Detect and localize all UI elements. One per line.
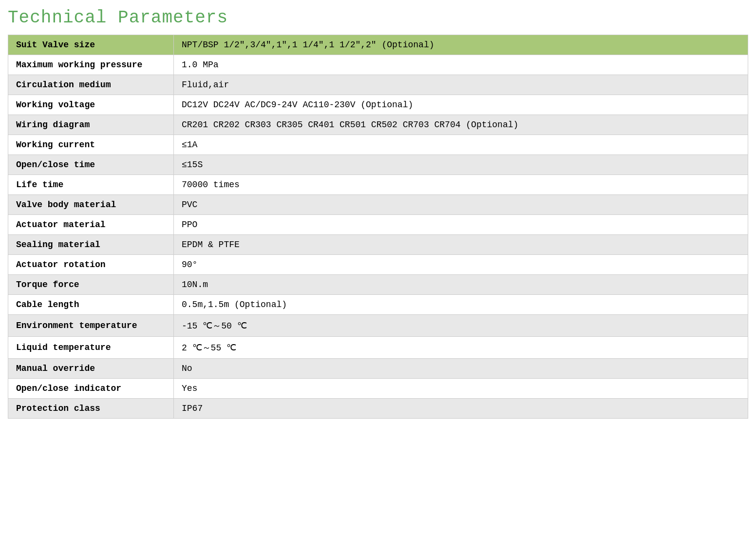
table-row: Working voltageDC12V DC24V AC/DC9-24V AC… [8, 95, 748, 115]
param-label: Actuator rotation [8, 255, 174, 275]
param-value: CR201 CR202 CR303 CR305 CR401 CR501 CR50… [174, 115, 748, 135]
param-value: 70000 times [174, 175, 748, 195]
param-label: Maximum working pressure [8, 55, 174, 75]
param-value: EPDM & PTFE [174, 235, 748, 255]
param-label: Cable length [8, 295, 174, 315]
param-label: Working current [8, 135, 174, 155]
table-row: Working current≤1A [8, 135, 748, 155]
table-row: Maximum working pressure1.0 MPa [8, 55, 748, 75]
table-row: Torque force10N.m [8, 275, 748, 295]
table-row: Open/close time≤15S [8, 155, 748, 175]
param-label: Actuator material [8, 215, 174, 235]
param-value: 2 ℃～55 ℃ [174, 337, 748, 359]
param-label: Open/close time [8, 155, 174, 175]
page-title: Technical Parameters [8, 8, 748, 28]
param-label: Suit Valve size [8, 35, 174, 55]
table-row: Environment temperature-15 ℃～50 ℃ [8, 315, 748, 337]
table-row: Manual overrideNo [8, 359, 748, 379]
param-label: Torque force [8, 275, 174, 295]
param-value: PVC [174, 195, 748, 215]
param-value: IP67 [174, 399, 748, 419]
param-value: 0.5m,1.5m (Optional) [174, 295, 748, 315]
param-label: Manual override [8, 359, 174, 379]
parameters-table: Suit Valve sizeNPT/BSP 1/2″,3/4″,1″,1 1/… [8, 35, 748, 419]
param-label: Working voltage [8, 95, 174, 115]
table-row: Circulation mediumFluid,air [8, 75, 748, 95]
param-label: Life time [8, 175, 174, 195]
param-value: -15 ℃～50 ℃ [174, 315, 748, 337]
param-label: Open/close indicator [8, 379, 174, 399]
param-label: Sealing material [8, 235, 174, 255]
param-value: 10N.m [174, 275, 748, 295]
param-label: Environment temperature [8, 315, 174, 337]
param-label: Valve body material [8, 195, 174, 215]
param-label: Liquid temperature [8, 337, 174, 359]
table-row: Open/close indicatorYes [8, 379, 748, 399]
table-row: Liquid temperature2 ℃～55 ℃ [8, 337, 748, 359]
param-value: 1.0 MPa [174, 55, 748, 75]
param-value: No [174, 359, 748, 379]
table-row: Protection classIP67 [8, 399, 748, 419]
table-row: Cable length0.5m,1.5m (Optional) [8, 295, 748, 315]
table-row: Valve body materialPVC [8, 195, 748, 215]
param-value: Fluid,air [174, 75, 748, 95]
table-row: Suit Valve sizeNPT/BSP 1/2″,3/4″,1″,1 1/… [8, 35, 748, 55]
param-value: NPT/BSP 1/2″,3/4″,1″,1 1/4″,1 1/2″,2″ (O… [174, 35, 748, 55]
param-label: Protection class [8, 399, 174, 419]
table-row: Sealing materialEPDM & PTFE [8, 235, 748, 255]
param-label: Circulation medium [8, 75, 174, 95]
table-row: Life time70000 times [8, 175, 748, 195]
param-value: 90° [174, 255, 748, 275]
param-value: ≤15S [174, 155, 748, 175]
param-value: ≤1A [174, 135, 748, 155]
param-value: DC12V DC24V AC/DC9-24V AC110-230V (Optio… [174, 95, 748, 115]
table-row: Wiring diagramCR201 CR202 CR303 CR305 CR… [8, 115, 748, 135]
param-label: Wiring diagram [8, 115, 174, 135]
table-row: Actuator rotation90° [8, 255, 748, 275]
table-row: Actuator materialPPO [8, 215, 748, 235]
param-value: PPO [174, 215, 748, 235]
param-value: Yes [174, 379, 748, 399]
